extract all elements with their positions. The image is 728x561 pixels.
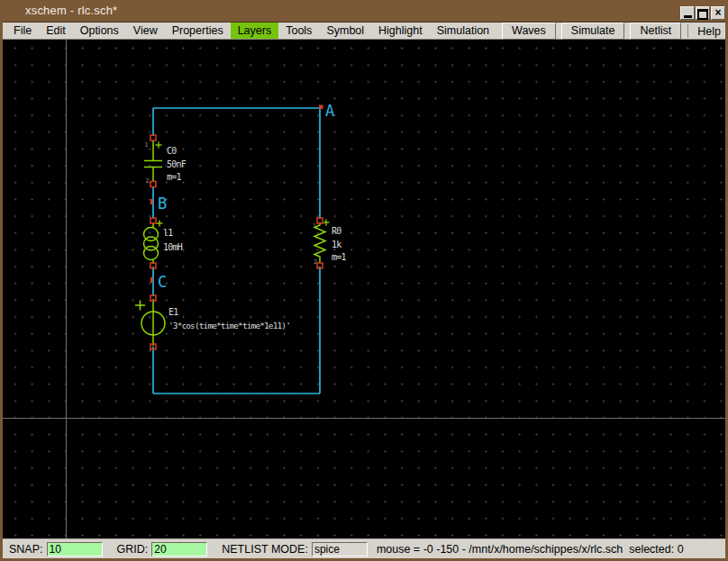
pin-number: 2 [146, 177, 150, 185]
schematic-canvas[interactable]: 1 2 C0 50nF m=1 l1 10mH [3, 40, 725, 538]
snap-input[interactable] [47, 542, 103, 556]
resistor-value: 1k [332, 240, 341, 249]
net-label-pin [150, 199, 153, 204]
net-labels[interactable]: A B C [150, 102, 334, 291]
plus-mark-icon [135, 301, 145, 311]
menu-action-buttons: Waves Simulate Netlist Help [496, 23, 728, 39]
menu-item-symbol[interactable]: Symbol [319, 23, 371, 39]
plus-mark-icon [156, 142, 162, 149]
netlist-mode-input[interactable] [312, 542, 368, 556]
snap-label: SNAP: [9, 543, 43, 556]
menu-item-options[interactable]: Options [73, 23, 126, 39]
capacitor-ref: C0 [167, 146, 177, 156]
resistor-mult: m=1 [332, 252, 346, 262]
menu-item-help[interactable]: Help [687, 24, 724, 38]
grid-input[interactable] [151, 542, 207, 556]
menu-item-highlight[interactable]: Highlight [371, 23, 430, 39]
inductor-value: 10mH [163, 242, 183, 252]
grid-label: GRID: [117, 543, 149, 556]
resistor-ref: R0 [332, 226, 341, 236]
menu-item-file[interactable]: File [6, 23, 39, 39]
menu-items: File Edit Options View Properties Layers… [3, 23, 496, 39]
netlist-mode-label: NETLIST MODE: [222, 543, 308, 556]
net-label-a[interactable]: A [325, 102, 334, 120]
net-label-pin [319, 105, 323, 110]
capacitor-symbol[interactable]: 1 2 C0 50nF m=1 [144, 135, 187, 187]
capacitor-mult: m=1 [167, 172, 181, 182]
pin-square[interactable] [150, 182, 156, 187]
close-button[interactable]: × [711, 6, 725, 20]
menu-item-simulation[interactable]: Simulation [430, 23, 496, 39]
voltage-source-symbol[interactable]: E1 '3*cos(time*time*time*1e11)' [135, 295, 290, 349]
maximize-button[interactable] [696, 6, 710, 20]
schematic-drawing: 1 2 C0 50nF m=1 l1 10mH [3, 40, 725, 538]
minimize-button[interactable] [680, 6, 695, 20]
menu-item-edit[interactable]: Edit [39, 23, 73, 39]
menu-item-view[interactable]: View [126, 23, 165, 39]
menu-item-tools[interactable]: Tools [278, 23, 319, 39]
netlist-button[interactable]: Netlist [630, 23, 681, 40]
mouse-status-text: mouse = -0 -150 - /mnt/x/home/schippes/x… [377, 543, 684, 556]
menu-item-layers[interactable]: Layers [231, 23, 279, 39]
net-label-pin [150, 277, 153, 283]
waves-button[interactable]: Waves [502, 23, 556, 40]
resistor-symbol[interactable]: 1 2 R0 1k m=1 [313, 218, 346, 268]
statusbar: SNAP: GRID: NETLIST MODE: mouse = -0 -15… [3, 538, 725, 558]
window-title: xschem - rlc.sch* [25, 4, 117, 17]
plus-mark-icon [157, 221, 163, 227]
titlebar[interactable]: xschem - rlc.sch* × [0, 0, 728, 22]
source-value: '3*cos(time*time*time*1e11)' [168, 321, 290, 330]
xschem-window: xschem - rlc.sch* × File Edit Options Vi… [0, 0, 728, 561]
simulate-button[interactable]: Simulate [561, 23, 625, 40]
net-label-b[interactable]: B [158, 195, 167, 213]
plus-mark-icon [323, 220, 330, 226]
net-label-c[interactable]: C [158, 273, 167, 291]
menu-item-properties[interactable]: Properties [165, 23, 231, 39]
pin-number: 1 [145, 141, 149, 149]
pin-number: 1 [313, 222, 316, 230]
source-ref: E1 [168, 307, 178, 317]
inductor-symbol[interactable]: l1 10mH [144, 218, 183, 268]
menubar: File Edit Options View Properties Layers… [3, 22, 725, 40]
capacitor-value: 50nF [167, 159, 187, 169]
inductor-ref: l1 [163, 228, 173, 238]
pin-number: 2 [314, 258, 317, 266]
